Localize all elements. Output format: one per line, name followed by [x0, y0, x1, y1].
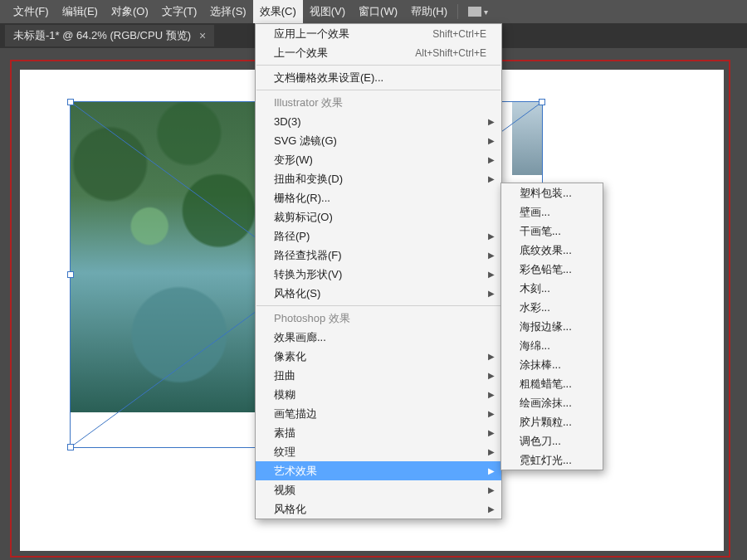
menu-header-photoshop: Photoshop 效果 [256, 309, 501, 328]
menu-item-photoshop-0[interactable]: 效果画廊... [256, 328, 501, 347]
menu-item-artistic-8[interactable]: 海绵... [501, 336, 603, 355]
document-tab-title: 未标题-1* @ 64.2% (RGB/CPU 预览) [13, 25, 191, 46]
menu-header-label: Photoshop 效果 [274, 311, 350, 326]
menu-header-label: Illustrator 效果 [274, 95, 343, 110]
menu-item-artistic-2[interactable]: 干画笔... [501, 222, 603, 241]
menu-item-illustrator-8[interactable]: 转换为形状(V)▶ [256, 265, 501, 284]
submenu-arrow-icon: ▶ [488, 174, 495, 183]
submenu-arrow-icon: ▶ [488, 352, 495, 361]
menu-item-photoshop-8[interactable]: 视频▶ [256, 480, 501, 499]
menu-item-photoshop-9[interactable]: 风格化▶ [256, 499, 501, 519]
menu-item-label: 扭曲 [274, 368, 295, 383]
menu-item-label: 素描 [274, 426, 295, 441]
menu-item-photoshop-3[interactable]: 模糊▶ [256, 385, 501, 404]
menu-window[interactable]: 窗口(W) [352, 0, 404, 23]
menu-item-label: 胶片颗粒... [520, 415, 572, 430]
resize-handle-middle-left[interactable] [67, 271, 74, 278]
menu-item-artistic-9[interactable]: 涂抹棒... [501, 355, 603, 374]
menu-item-artistic-0[interactable]: 塑料包装... [501, 183, 603, 202]
menu-item-artistic-4[interactable]: 彩色铅笔... [501, 260, 603, 279]
menu-item-label: 模糊 [274, 387, 295, 402]
menu-item-artistic-5[interactable]: 木刻... [501, 279, 603, 298]
menu-item-artistic-11[interactable]: 绘画涂抹... [501, 393, 603, 412]
chevron-down-icon: ▾ [484, 7, 488, 17]
menu-item-artistic-1[interactable]: 壁画... [501, 202, 603, 222]
menu-item-illustrator-3[interactable]: 扭曲和变换(D)▶ [256, 169, 501, 188]
workspace-grid-icon [468, 7, 481, 17]
resize-handle-bottom-left[interactable] [67, 444, 74, 450]
menu-item-artistic-7[interactable]: 海报边缘... [501, 317, 603, 336]
close-icon[interactable]: × [199, 25, 206, 46]
menu-item-artistic-13[interactable]: 调色刀... [501, 431, 603, 450]
menu-object[interactable]: 对象(O) [105, 0, 155, 23]
menu-item-photoshop-5[interactable]: 素描▶ [256, 423, 501, 442]
menu-text[interactable]: 文字(T) [155, 0, 204, 23]
menu-item-label: 调色刀... [520, 434, 561, 449]
menu-item-artistic-12[interactable]: 胶片颗粒... [501, 412, 603, 431]
menu-item-label: 转换为形状(V) [274, 267, 342, 282]
menu-item-label: 壁画... [520, 205, 550, 220]
workspace-switcher[interactable]: ▾ [461, 7, 495, 17]
menu-item-illustrator-2[interactable]: 变形(W)▶ [256, 150, 501, 169]
menu-item-label: 扭曲和变换(D) [274, 172, 343, 187]
menu-item-label: SVG 滤镜(G) [274, 134, 337, 149]
resize-handle-top-left[interactable] [67, 99, 74, 105]
menu-divider [256, 305, 500, 306]
menu-item-label: 彩色铅笔... [520, 262, 572, 277]
submenu-arrow-icon: ▶ [488, 504, 495, 514]
resize-handle-top-right[interactable] [539, 99, 545, 105]
menu-item-label: 纹理 [274, 445, 295, 460]
menu-divider [256, 65, 500, 66]
menu-item-artistic-3[interactable]: 底纹效果... [501, 241, 603, 260]
menu-item-label: 绘画涂抹... [520, 396, 572, 411]
menu-item-label: 干画笔... [520, 224, 561, 239]
submenu-arrow-icon: ▶ [488, 428, 495, 437]
menu-item-last-effect[interactable]: 上一个效果 Alt+Shift+Ctrl+E [256, 43, 501, 62]
menu-view[interactable]: 视图(V) [303, 0, 352, 23]
menu-item-label: 路径查找器(F) [274, 248, 342, 263]
submenu-arrow-icon: ▶ [488, 466, 495, 475]
menu-item-label: 3D(3) [274, 115, 301, 128]
menu-item-illustrator-6[interactable]: 路径(P)▶ [256, 226, 501, 246]
menu-header-illustrator: Illustrator 效果 [256, 93, 501, 112]
menu-item-doc-raster-settings[interactable]: 文档栅格效果设置(E)... [256, 68, 501, 87]
menu-item-label: 海报边缘... [520, 319, 572, 334]
menu-item-artistic-14[interactable]: 霓虹灯光... [501, 450, 603, 470]
menu-item-apply-last-effect[interactable]: 应用上一个效果 Shift+Ctrl+E [256, 24, 501, 43]
menu-item-label: 上一个效果 [274, 46, 328, 61]
menu-item-illustrator-1[interactable]: SVG 滤镜(G)▶ [256, 131, 501, 150]
submenu-arrow-icon: ▶ [488, 371, 495, 380]
submenu-arrow-icon: ▶ [488, 231, 495, 241]
menu-item-illustrator-5[interactable]: 裁剪标记(O) [256, 207, 501, 226]
menu-item-photoshop-6[interactable]: 纹理▶ [256, 442, 501, 461]
menu-item-illustrator-9[interactable]: 风格化(S)▶ [256, 284, 501, 303]
menu-item-illustrator-7[interactable]: 路径查找器(F)▶ [256, 246, 501, 265]
menu-help[interactable]: 帮助(H) [404, 0, 454, 23]
menu-item-label: 塑料包装... [520, 186, 572, 201]
menu-item-photoshop-2[interactable]: 扭曲▶ [256, 366, 501, 385]
menu-item-label: 霓虹灯光... [520, 453, 572, 468]
menu-file[interactable]: 文件(F) [7, 0, 56, 23]
submenu-arrow-icon: ▶ [488, 117, 495, 126]
menu-select[interactable]: 选择(S) [203, 0, 252, 23]
menu-item-photoshop-4[interactable]: 画笔描边▶ [256, 404, 501, 423]
submenu-arrow-icon: ▶ [488, 155, 495, 164]
menu-item-label: 海绵... [520, 338, 550, 353]
document-tab[interactable]: 未标题-1* @ 64.2% (RGB/CPU 预览) × [5, 25, 214, 46]
menu-item-label: 效果画廊... [274, 330, 326, 345]
submenu-arrow-icon: ▶ [488, 289, 495, 298]
menu-edit[interactable]: 编辑(E) [56, 0, 105, 23]
menu-item-artistic-6[interactable]: 水彩... [501, 298, 603, 317]
menu-item-photoshop-7[interactable]: 艺术效果▶ [256, 461, 501, 480]
menu-item-label: 文档栅格效果设置(E)... [274, 71, 383, 85]
menu-item-illustrator-4[interactable]: 栅格化(R)... [256, 188, 501, 207]
menu-item-illustrator-0[interactable]: 3D(3)▶ [256, 112, 501, 131]
menu-shortcut: Alt+Shift+Ctrl+E [415, 47, 486, 59]
menu-item-photoshop-1[interactable]: 像素化▶ [256, 347, 501, 366]
menu-item-label: 视频 [274, 483, 295, 498]
submenu-arrow-icon: ▶ [488, 136, 495, 145]
menu-item-label: 艺术效果 [274, 464, 317, 479]
menu-item-label: 涂抹棒... [520, 358, 561, 373]
menu-item-artistic-10[interactable]: 粗糙蜡笔... [501, 374, 603, 393]
menu-effects[interactable]: 效果(C) [253, 0, 303, 23]
